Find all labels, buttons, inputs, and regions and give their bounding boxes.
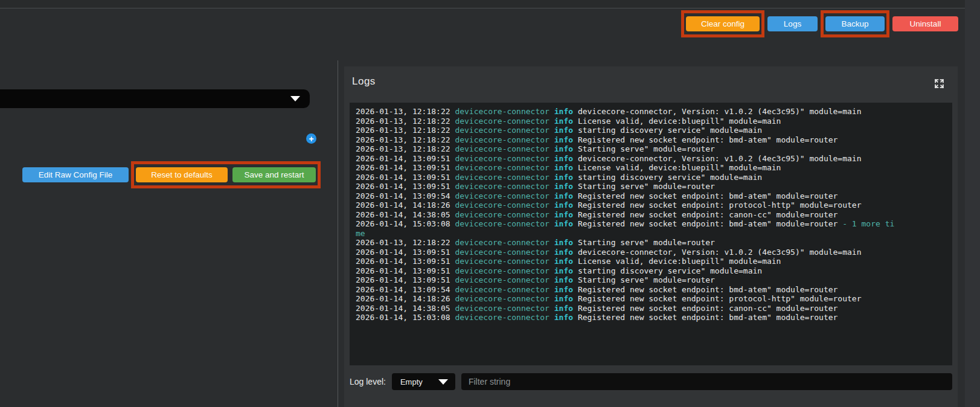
log-line: 2026-01-14, 13:09:51 devicecore-connecto… [356,163,946,173]
log-line: 2026-01-13, 12:18:22 devicecore-connecto… [356,126,946,135]
log-line: 2026-01-14, 14:18:26 devicecore-connecto… [356,294,946,304]
log-line: me [356,229,946,239]
uninstall-button[interactable]: Uninstall [892,16,958,31]
plus-icon: + [309,135,313,143]
log-line: 2026-01-14, 13:09:51 devicecore-connecto… [356,266,946,276]
backup-button[interactable]: Backup [825,16,885,31]
log-line: 2026-01-14, 15:03:08 devicecore-connecto… [356,219,946,229]
log-controls-row: Log level: Empty [350,373,952,391]
add-button[interactable]: + [306,133,316,144]
clear-config-button[interactable]: Clear config [686,16,760,31]
scrollbar-gutter [965,0,980,407]
log-line: 2026-01-14, 13:09:54 devicecore-connecto… [356,285,946,295]
save-restart-button[interactable]: Save and restart [232,167,316,182]
log-level-select[interactable]: Empty [392,373,455,390]
edit-raw-config-button[interactable]: Edit Raw Config File [22,167,129,182]
log-line: 2026-01-14, 13:09:51 devicecore-connecto… [356,182,946,191]
log-line: 2026-01-14, 13:09:51 devicecore-connecto… [356,275,946,285]
chevron-down-icon [438,379,448,385]
log-line: 2026-01-14, 14:18:26 devicecore-connecto… [356,200,946,210]
log-line: 2026-01-14, 14:38:05 devicecore-connecto… [356,210,946,220]
log-line: 2026-01-13, 12:18:22 devicecore-connecto… [356,107,946,117]
annotation-highlight: Backup [821,10,889,37]
log-line: 2026-01-14, 13:09:51 devicecore-connecto… [356,173,946,182]
annotation-highlight: Clear config [681,10,764,37]
log-line: 2026-01-13, 12:18:22 devicecore-connecto… [356,135,946,145]
vertical-divider [338,60,338,407]
log-line: 2026-01-13, 12:18:22 devicecore-connecto… [356,117,946,126]
annotation-highlight: Reset to defaults Save and restart [131,161,321,188]
logs-button[interactable]: Logs [767,16,818,31]
log-line: 2026-01-14, 13:09:51 devicecore-connecto… [356,257,946,266]
log-line: 2026-01-14, 13:09:51 devicecore-connecto… [356,154,946,164]
logs-panel-title: Logs [352,75,376,88]
log-level-label: Log level: [350,377,386,386]
expand-arrows-icon [934,79,944,89]
expand-button[interactable] [934,79,944,89]
log-line: 2026-01-14, 13:09:54 devicecore-connecto… [356,191,946,201]
logs-panel: Logs 2026-01-13, 12:18:22 devicecore-con… [344,66,958,407]
config-dropdown[interactable] [0,89,310,108]
log-line: 2026-01-14, 14:38:05 devicecore-connecto… [356,304,946,313]
log-viewport[interactable]: 2026-01-13, 12:18:22 devicecore-connecto… [350,103,952,365]
config-actions-row: Edit Raw Config File Reset to defaults S… [22,161,321,188]
reset-defaults-button[interactable]: Reset to defaults [136,167,228,182]
app-root: Clear config Logs Backup Uninstall + Edi… [0,0,980,407]
filter-input[interactable] [461,373,952,390]
log-line: 2026-01-14, 13:09:51 devicecore-connecto… [356,248,946,257]
log-line: 2026-01-13, 12:18:22 devicecore-connecto… [356,238,946,248]
top-bar [0,0,980,8]
log-line: 2026-01-13, 12:18:22 devicecore-connecto… [356,144,946,154]
top-actions-row: Clear config Logs Backup Uninstall [681,8,958,39]
log-line: 2026-01-14, 15:03:08 devicecore-connecto… [356,313,946,322]
chevron-down-icon [290,96,300,101]
log-level-value: Empty [392,377,423,386]
